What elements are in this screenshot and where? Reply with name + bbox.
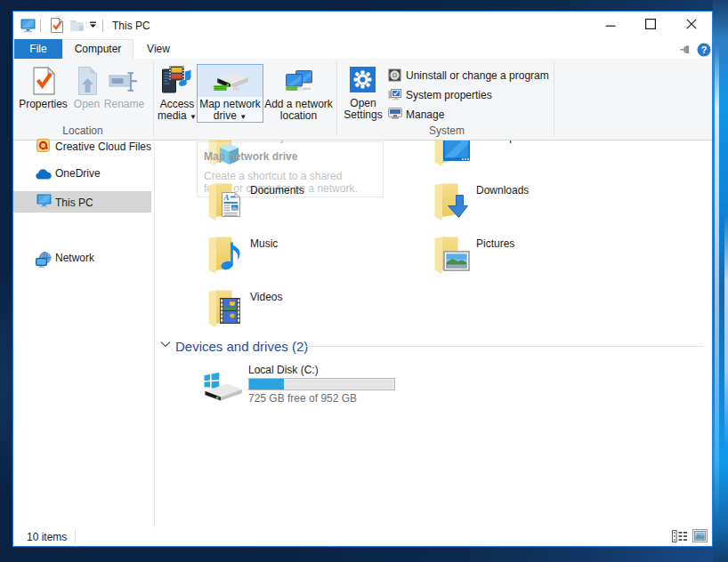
svg-text:A: A [223, 193, 230, 202]
svg-text:?: ? [701, 44, 708, 55]
